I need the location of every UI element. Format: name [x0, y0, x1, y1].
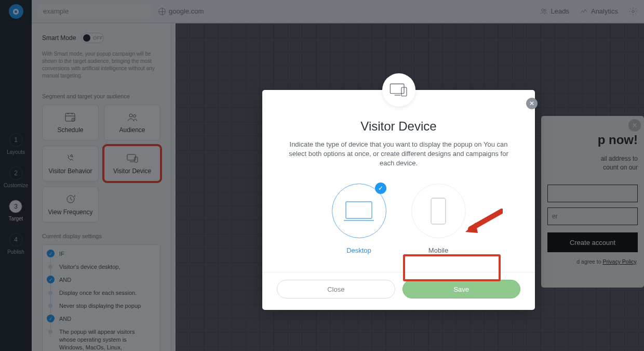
svg-rect-10 [390, 84, 404, 93]
svg-rect-13 [431, 198, 446, 224]
modal-description: Indicate the type of device that you wan… [281, 140, 516, 168]
modal-title: Visitor Device [281, 119, 516, 134]
svg-rect-12 [346, 202, 372, 218]
device-label-desktop: Desktop [346, 246, 371, 254]
selected-check-icon [375, 183, 386, 194]
modal-save-button[interactable]: Save [403, 280, 521, 298]
device-label-mobile: Mobile [428, 246, 448, 254]
modal-header-icon [382, 73, 415, 107]
device-option-desktop[interactable]: Desktop [332, 184, 386, 254]
modal-close-icon[interactable]: ✕ [526, 98, 538, 109]
visitor-device-modal: ✕ Visitor Device Indicate the type of de… [262, 90, 535, 310]
device-option-mobile[interactable]: Mobile [411, 184, 466, 254]
modal-close-button[interactable]: Close [277, 280, 395, 298]
